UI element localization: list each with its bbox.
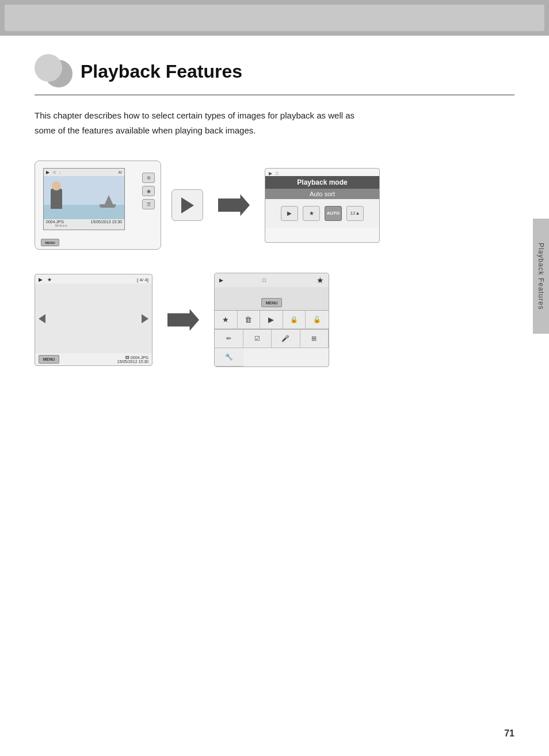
menu-star-icon: ★ (317, 276, 324, 285)
camera-side-buttons: ⚙ ◉ ☰ (142, 173, 155, 209)
mode-screen-header: Playback mode (265, 176, 379, 189)
menu-btn-small-cam[interactable]: MENU (39, 355, 59, 364)
play-triangle-icon (181, 197, 194, 213)
cam-btn-3[interactable]: ☰ (142, 199, 155, 209)
mode-icon-star: ★ (303, 206, 320, 221)
date-label: 15/05/2013 15:30 (91, 220, 123, 224)
diagrams-area: ▶ ☆ : 4/ 0004.JPG (35, 161, 514, 367)
star-icon-small: ☆ (52, 170, 56, 175)
small-cam-play-icon: ▶ (39, 277, 43, 282)
scene-boat (100, 197, 116, 208)
top-banner-inner (5, 5, 544, 31)
small-cam-star-icon: ★ (47, 277, 52, 282)
menu-item-edit[interactable]: ✏ (215, 330, 243, 348)
page-number: 71 (504, 728, 514, 739)
menu-btn-display: MENU (261, 298, 282, 307)
camera-bottom-bar: MENU (41, 239, 138, 246)
icon-circle-front (35, 54, 62, 82)
top-banner (0, 0, 549, 36)
nav-right-arrow (142, 314, 148, 323)
small-camera-screen: ▶ ★ [ 4/ 4] MENU 🖼 0004.JPG 15/05/2012 1… (35, 274, 152, 366)
menu-screen-body: MENU (215, 287, 329, 310)
top-left-icons: ▶ ☆ : (46, 170, 60, 175)
menu-item-export[interactable]: ▶ (260, 311, 283, 329)
cam-btn-1[interactable]: ⚙ (142, 173, 155, 183)
small-cam-top: ▶ ★ [ 4/ 4] (35, 274, 152, 284)
colon-icon: : (59, 170, 60, 175)
menu-screen-top: ▶ □ ★ (215, 273, 329, 287)
menu-item-unlock[interactable]: 🔓 (306, 311, 329, 329)
small-cam-bottom: MENU 🖼 0004.JPG 15/05/2012 15:30 (35, 353, 152, 365)
mode-screen: ▶ □ Playback mode Auto sort ▶ ★ AUTO 12▲ (265, 168, 380, 243)
playback-button-box (171, 189, 203, 221)
menu-square-icon: □ (262, 277, 265, 283)
arrow-right-1 (218, 194, 250, 216)
chapter-title: Playback Features (81, 61, 242, 82)
chapter-divider (35, 94, 514, 96)
frame-count: 4/ (118, 170, 122, 175)
menu-grid-row1: ★ 🗑 ▶ 🔒 🔓 (215, 310, 329, 329)
menu-play-icon: ▶ (219, 277, 223, 283)
menu-item-grid[interactable]: ⊞ (300, 330, 329, 348)
camera-illustration-1: ▶ ☆ : 4/ 0004.JPG (35, 161, 161, 250)
mode-screen-play-icon: ▶ (269, 171, 272, 176)
menu-button-camera[interactable]: MENU (41, 239, 59, 246)
menu-item-lock[interactable]: 🔒 (283, 311, 306, 329)
diagram-row-2: ▶ ★ [ 4/ 4] MENU 🖼 0004.JPG 15/05/2012 1… (35, 273, 514, 367)
camera-screen-top-bar: ▶ ☆ : 4/ (44, 169, 124, 176)
small-cam-date: 15/05/2012 15:30 (117, 360, 149, 364)
filename-label: 0004.JPG (46, 220, 64, 224)
mode-icon-number: 12▲ (346, 206, 364, 221)
menu-item-check[interactable]: ☑ (243, 330, 272, 348)
side-tab: Playback Features (533, 219, 549, 334)
chapter-description: This chapter describes how to select cer… (35, 108, 514, 138)
menu-screen: ▶ □ ★ MENU ★ 🗑 ▶ 🔒 🔓 ✏ ☑ 🎤 ⊞ 🔧 (214, 273, 329, 367)
camera-scene (44, 176, 124, 219)
arrow-right-2 (167, 309, 199, 331)
mode-icon-play: ▶ (281, 206, 298, 221)
small-cam-content (35, 284, 152, 353)
mode-screen-subheader: Auto sort (265, 189, 379, 199)
mode-screen-square-icon: □ (276, 171, 279, 176)
menu-item-wrench[interactable]: 🔧 (215, 348, 243, 366)
small-cam-frame: [ 4/ 4] (137, 277, 148, 282)
small-cam-filename: 🖼 0004.JPG (125, 356, 148, 360)
scene-boat-hull (100, 204, 116, 208)
menu-item-trash[interactable]: 🗑 (238, 311, 261, 329)
brand-label: Nikon (55, 224, 68, 227)
chapter-header: Playback Features (35, 54, 514, 89)
cam-btn-2[interactable]: ◉ (142, 186, 155, 196)
scene-person-head (52, 181, 61, 190)
camera-screen-1: ▶ ☆ : 4/ 0004.JPG (43, 168, 125, 230)
menu-grid-row2: ✏ ☑ 🎤 ⊞ 🔧 (215, 329, 329, 366)
play-icon-small: ▶ (46, 170, 49, 175)
nav-left-arrow (39, 314, 45, 323)
diagram-row-1: ▶ ☆ : 4/ 0004.JPG (35, 161, 514, 250)
mode-icon-auto: AUTO (325, 206, 342, 221)
scene-person (51, 189, 62, 209)
chapter-icon (35, 54, 75, 89)
menu-item-star[interactable]: ★ (215, 311, 238, 329)
mode-screen-icons: ▶ ★ AUTO 12▲ (265, 199, 379, 228)
menu-item-mic[interactable]: 🎤 (272, 330, 300, 348)
